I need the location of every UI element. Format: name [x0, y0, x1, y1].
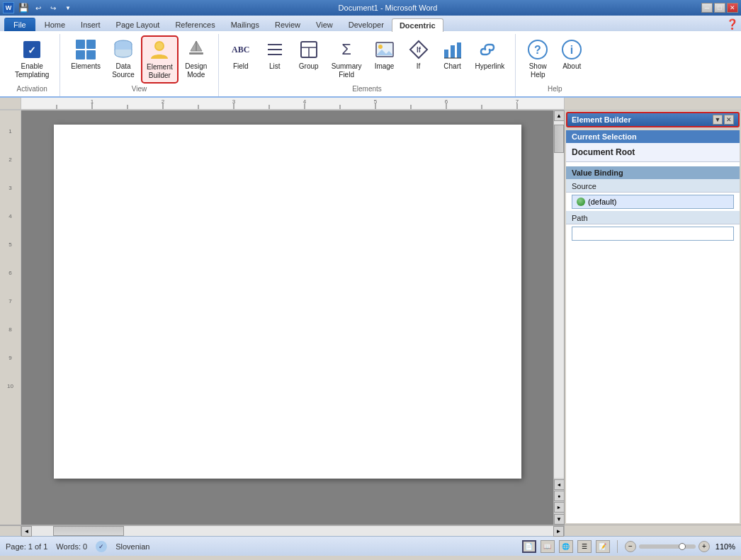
hyperlink-icon [478, 38, 501, 61]
image-icon [373, 38, 396, 61]
ribbon-group-elements: ABC Field List [219, 34, 516, 96]
elements-label: Elements [71, 62, 101, 71]
svg-text:i: i [570, 44, 573, 56]
window-title: Document1 - Microsoft Word [74, 4, 701, 12]
zoom-out-btn[interactable]: − [625, 541, 636, 552]
scroll-down-btn[interactable]: ▼ [554, 514, 565, 525]
field-btn[interactable]: ABC Field [225, 35, 257, 74]
tab-mailings[interactable]: Mailings [223, 18, 267, 31]
current-selection-header: Current Selection [566, 130, 740, 143]
summary-field-label: SummaryField [332, 62, 362, 79]
scroll-prev-page[interactable]: ◄ [554, 479, 565, 490]
status-divider [617, 540, 618, 553]
svg-rect-4 [76, 50, 85, 59]
minimize-btn[interactable]: ─ [701, 3, 713, 13]
scroll-next-page[interactable]: ► [554, 502, 565, 513]
field-icon: ABC [230, 38, 252, 61]
horizontal-scrollbar[interactable]: ◄ ► [21, 525, 564, 536]
chart-btn[interactable]: Chart [436, 35, 469, 74]
hyperlink-btn[interactable]: Hyperlink [470, 35, 510, 74]
h-scroll-right[interactable]: ► [553, 526, 564, 537]
eb-close-btn[interactable]: ✕ [724, 115, 734, 125]
tab-review[interactable]: Review [267, 18, 308, 31]
svg-text:?: ? [534, 44, 541, 56]
main-area: 1 2 3 4 5 6 7 8 9 10 ▲ ◄ ● ► ▼ Element B… [0, 110, 741, 525]
h-scroll-track[interactable] [32, 526, 553, 536]
tab-file[interactable]: File [4, 18, 35, 31]
svg-rect-2 [76, 40, 85, 49]
tab-developer[interactable]: Developer [341, 18, 392, 31]
margin-1: 1 [0, 118, 21, 146]
tab-home[interactable]: Home [37, 18, 73, 31]
scroll-up-btn[interactable]: ▲ [554, 110, 565, 121]
print-layout-btn[interactable]: 📄 [522, 540, 536, 553]
scroll-track[interactable] [554, 121, 564, 478]
svg-text:6: 6 [445, 98, 448, 105]
undo-quick-btn[interactable]: ↩ [32, 1, 45, 14]
svg-text:3: 3 [232, 98, 236, 105]
document-page[interactable] [54, 125, 521, 479]
design-mode-icon [185, 38, 208, 61]
full-reading-btn[interactable]: 📖 [541, 540, 555, 553]
outline-btn[interactable]: ☰ [577, 540, 592, 553]
enable-templating-label: EnableTemplating [15, 62, 49, 79]
data-source-btn[interactable]: DataSource [107, 35, 140, 82]
current-selection-value: Document Root [566, 143, 740, 162]
web-layout-btn[interactable]: 🌐 [559, 540, 573, 553]
ribbon-group-help: ? ShowHelp i About Help [516, 34, 594, 96]
tab-page-layout[interactable]: Page Layout [108, 18, 168, 31]
svg-text:1: 1 [91, 98, 94, 105]
element-builder-titlebar: Element Builder ▼ ✕ [566, 112, 740, 127]
design-mode-btn[interactable]: DesignMode [180, 35, 213, 82]
about-btn[interactable]: i About [555, 35, 588, 74]
elements-btn[interactable]: Elements [66, 35, 106, 74]
zoom-indicator [679, 543, 686, 550]
language-btn[interactable]: Slovenian [115, 542, 149, 551]
ribbon-tabs: File Home Insert Page Layout References … [0, 16, 741, 31]
zoom-slider[interactable] [639, 544, 696, 549]
element-builder-btn[interactable]: ElementBuilder [141, 35, 179, 84]
track-changes-icon[interactable]: ✓ [96, 541, 107, 552]
redo-quick-btn[interactable]: ↪ [47, 1, 60, 14]
words-count: Words: 0 [56, 542, 87, 551]
svg-rect-9 [189, 52, 203, 55]
status-left: Page: 1 of 1 Words: 0 ✓ Slovenian [6, 541, 149, 552]
tab-references[interactable]: References [167, 18, 222, 31]
scroll-thumb[interactable] [554, 125, 564, 153]
h-scroll-left[interactable]: ◄ [21, 526, 32, 537]
draft-btn[interactable]: 📝 [596, 540, 610, 553]
customize-quick-btn[interactable]: ▼ [62, 1, 74, 14]
if-btn[interactable]: If If [402, 35, 435, 74]
help-btn[interactable]: ❓ [726, 18, 738, 30]
left-margin: 1 2 3 4 5 6 7 8 9 10 [0, 110, 21, 525]
view-group-label: View [66, 85, 212, 95]
tab-docentric[interactable]: Docentric [392, 18, 443, 32]
path-input[interactable] [572, 227, 734, 241]
maximize-btn[interactable]: □ [714, 3, 725, 13]
image-btn[interactable]: Image [368, 35, 401, 74]
scroll-select-browse[interactable]: ● [554, 491, 565, 501]
save-quick-btn[interactable]: 💾 [17, 1, 30, 14]
enable-templating-btn[interactable]: ✓ EnableTemplating [10, 35, 54, 82]
tab-view[interactable]: View [308, 18, 341, 31]
title-bar: W 💾 ↩ ↪ ▼ Document1 - Microsoft Word ─ □… [0, 0, 741, 16]
source-dot-icon [577, 198, 585, 206]
summary-field-icon: Σ [335, 38, 358, 61]
tab-insert[interactable]: Insert [73, 18, 108, 31]
image-label: Image [375, 62, 395, 71]
eb-pin-btn[interactable]: ▼ [713, 115, 723, 125]
source-value[interactable]: (default) [572, 195, 734, 209]
vertical-scrollbar[interactable]: ▲ ◄ ● ► ▼ [553, 110, 564, 525]
elements-group-label: Elements [225, 85, 509, 95]
zoom-in-btn[interactable]: + [698, 541, 710, 552]
close-btn[interactable]: ✕ [727, 3, 738, 13]
svg-rect-5 [86, 50, 96, 59]
summary-field-btn[interactable]: Σ SummaryField [327, 35, 367, 82]
list-btn[interactable]: List [259, 35, 291, 74]
show-help-btn[interactable]: ? ShowHelp [521, 35, 554, 82]
element-builder-title: Element Builder [572, 115, 631, 124]
group-btn[interactable]: Group [293, 35, 325, 74]
h-scroll-thumb[interactable] [53, 526, 124, 536]
if-label: If [417, 62, 421, 71]
show-help-icon: ? [526, 38, 549, 61]
